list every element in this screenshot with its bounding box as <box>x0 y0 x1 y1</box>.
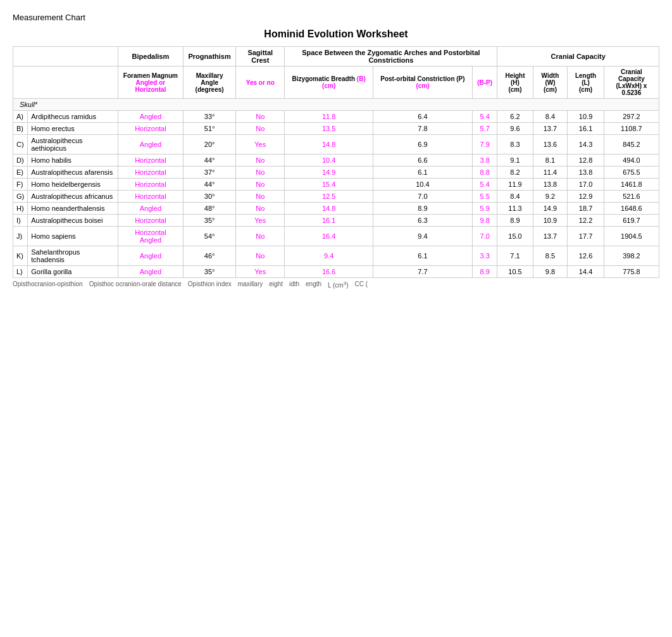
species-name: Homo neanderthalensis <box>28 203 118 215</box>
height-value: 8.3 <box>497 135 533 155</box>
length-value: 12.9 <box>568 191 604 203</box>
yes-or-no-sub: Yes or no <box>236 66 285 99</box>
height-value: 11.9 <box>497 179 533 191</box>
empty-header <box>13 47 118 66</box>
prognathism-header: Prognathism <box>184 47 236 66</box>
length-value: 14.4 <box>568 266 604 278</box>
width-value: 8.5 <box>533 246 568 266</box>
height-value: 8.2 <box>497 167 533 179</box>
species-name: Australopithecus africanus <box>28 191 118 203</box>
length-value: 12.2 <box>568 215 604 227</box>
foramen-value: Angled <box>118 111 183 123</box>
post-orbital-value: 7.7 <box>373 266 472 278</box>
width-sub: Width (W) (cm) <box>533 66 568 99</box>
length-value: 18.7 <box>568 203 604 215</box>
species-name: Homo habilis <box>28 155 118 167</box>
cc-value: 619.7 <box>604 215 659 227</box>
species-name: Gorilla gorilla <box>28 266 118 278</box>
bottom-foramen: Opisthocranion-opisthion <box>13 281 83 289</box>
width-value: 9.2 <box>533 191 568 203</box>
post-orbital-value: 9.4 <box>373 227 472 246</box>
table-row: J)Homo sapiensHorizontalAngled54°No16.49… <box>13 227 659 246</box>
species-name: Australopithecus aethiopicus <box>28 135 118 155</box>
maxillary-value: 35° <box>184 215 236 227</box>
sagittal-value: Yes <box>236 266 285 278</box>
sagittal-value: No <box>236 191 285 203</box>
post-orbital-value: 6.1 <box>373 246 472 266</box>
sub-header-row: Foramen Magnum Angled or Horizontal Maxi… <box>13 66 659 99</box>
cc-value: 675.5 <box>604 167 659 179</box>
length-value: 10.9 <box>568 111 604 123</box>
width-value: 10.9 <box>533 215 568 227</box>
table-row: H)Homo neanderthalensisAngled48°No14.88.… <box>13 203 659 215</box>
skull-row: Skull* <box>13 99 659 111</box>
page-title: Hominid Evolution Worksheet <box>13 28 659 40</box>
species-name: Homo heidelbergensis <box>28 179 118 191</box>
post-orbital-value: 6.6 <box>373 155 472 167</box>
row-id: I) <box>13 215 28 227</box>
bottom-sagittal: Opisthion index <box>188 281 232 289</box>
width-value: 13.8 <box>533 179 568 191</box>
empty-sub <box>13 66 118 99</box>
length-value: 12.8 <box>568 155 604 167</box>
maxillary-value: 33° <box>184 111 236 123</box>
row-id: K) <box>13 246 28 266</box>
cranial-capacity-header: Cranial Capacity <box>497 47 659 66</box>
height-value: 6.2 <box>497 111 533 123</box>
cc-value: 1648.6 <box>604 203 659 215</box>
species-name: Homo sapiens <box>28 227 118 246</box>
bp-value: 5.7 <box>472 123 497 135</box>
foramen-value: Horizontal <box>118 155 183 167</box>
bottom-cm3: L (cm3) <box>328 281 348 289</box>
row-id: J) <box>13 227 28 246</box>
post-orbital-value: 10.4 <box>373 179 472 191</box>
height-value: 9.1 <box>497 155 533 167</box>
species-name: Australopithecus boisei <box>28 215 118 227</box>
measurement-chart-label: Measurement Chart <box>13 13 659 22</box>
bottom-labels: Opisthocranion-opisthion Opisthoc ocrani… <box>13 281 659 289</box>
width-value: 13.6 <box>533 135 568 155</box>
bp-value: 5.5 <box>472 191 497 203</box>
width-value: 13.7 <box>533 123 568 135</box>
table-row: B)Homo erectusHorizontal51°No13.57.85.79… <box>13 123 659 135</box>
foramen-value: Horizontal <box>118 179 183 191</box>
sagittal-value: No <box>236 111 285 123</box>
bottom-maxillary: Opisthoc ocranion-orale distance <box>89 281 182 289</box>
bp-value: 8.8 <box>472 167 497 179</box>
post-orbital-value: 6.1 <box>373 167 472 179</box>
bizygomatic-value: 14.8 <box>285 203 373 215</box>
skull-label: Skull* <box>13 99 659 111</box>
sagittal-value: No <box>236 246 285 266</box>
sagittal-value: No <box>236 179 285 191</box>
row-id: A) <box>13 111 28 123</box>
foramen-value: Horizontal <box>118 215 183 227</box>
bp-value: 3.3 <box>472 246 497 266</box>
maxillary-value: 44° <box>184 155 236 167</box>
foramen-value: Angled <box>118 135 183 155</box>
bp-value: 5.4 <box>472 111 497 123</box>
cranial-cap-sub: Cranial Capacity (LxWxH) x 0.5236 <box>604 66 659 99</box>
maxillary-value: 48° <box>184 203 236 215</box>
maxillary-value: 46° <box>184 246 236 266</box>
bizygomatic-value: 14.9 <box>285 167 373 179</box>
table-row: I)Australopithecus boiseiHorizontal35°Ye… <box>13 215 659 227</box>
post-orbital-value: 6.9 <box>373 135 472 155</box>
row-id: G) <box>13 191 28 203</box>
bizygomatic-value: 14.8 <box>285 135 373 155</box>
bizygomatic-value: 9.4 <box>285 246 373 266</box>
bp-value: 8.9 <box>472 266 497 278</box>
table-row: F)Homo heidelbergensisHorizontal44°No15.… <box>13 179 659 191</box>
length-value: 14.3 <box>568 135 604 155</box>
bizygomatic-value: 12.5 <box>285 191 373 203</box>
bizygomatic-value: 10.4 <box>285 155 373 167</box>
width-value: 9.8 <box>533 266 568 278</box>
table-row: E)Australopithecus afarensisHorizontal37… <box>13 167 659 179</box>
cc-value: 494.0 <box>604 155 659 167</box>
bp-value: 9.8 <box>472 215 497 227</box>
length-value: 17.7 <box>568 227 604 246</box>
row-id: L) <box>13 266 28 278</box>
cc-value: 1904.5 <box>604 227 659 246</box>
post-orbital-value: 8.9 <box>373 203 472 215</box>
bp-value: 7.0 <box>472 227 497 246</box>
bizygomatic-value: 11.8 <box>285 111 373 123</box>
